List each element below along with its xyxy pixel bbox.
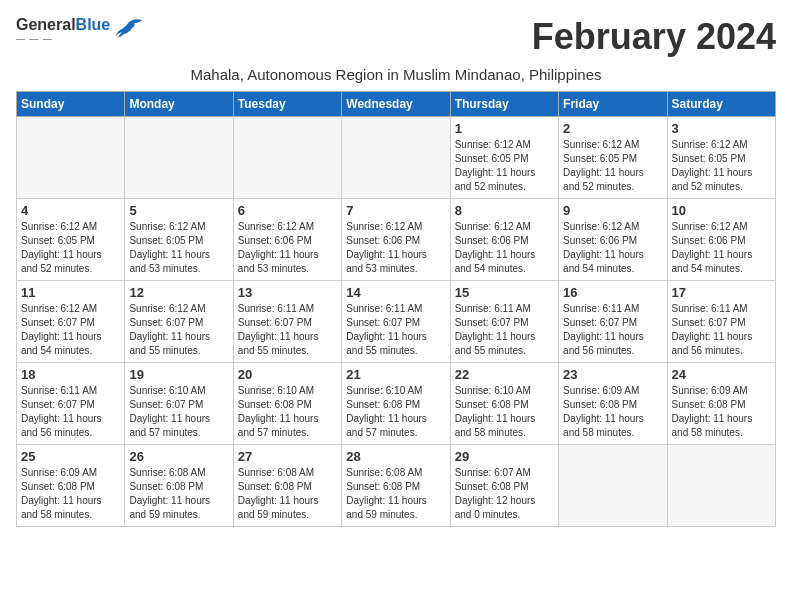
- day-info: Sunrise: 6:09 AMSunset: 6:08 PMDaylight:…: [21, 466, 120, 522]
- calendar-cell: 24Sunrise: 6:09 AMSunset: 6:08 PMDayligh…: [667, 363, 775, 445]
- day-number: 19: [129, 367, 228, 382]
- logo-blue: Blue: [76, 16, 111, 33]
- day-info: Sunrise: 6:07 AMSunset: 6:08 PMDaylight:…: [455, 466, 554, 522]
- calendar-table: SundayMondayTuesdayWednesdayThursdayFrid…: [16, 91, 776, 527]
- calendar-cell: 26Sunrise: 6:08 AMSunset: 6:08 PMDayligh…: [125, 445, 233, 527]
- day-number: 18: [21, 367, 120, 382]
- weekday-header: Monday: [125, 92, 233, 117]
- day-number: 10: [672, 203, 771, 218]
- month-year-title: February 2024: [532, 16, 776, 58]
- day-number: 26: [129, 449, 228, 464]
- calendar-cell: 10Sunrise: 6:12 AMSunset: 6:06 PMDayligh…: [667, 199, 775, 281]
- day-number: 20: [238, 367, 337, 382]
- day-number: 17: [672, 285, 771, 300]
- day-info: Sunrise: 6:11 AMSunset: 6:07 PMDaylight:…: [238, 302, 337, 358]
- day-number: 6: [238, 203, 337, 218]
- calendar-cell: 12Sunrise: 6:12 AMSunset: 6:07 PMDayligh…: [125, 281, 233, 363]
- calendar-cell: [559, 445, 667, 527]
- calendar-cell: [233, 117, 341, 199]
- day-info: Sunrise: 6:12 AMSunset: 6:06 PMDaylight:…: [346, 220, 445, 276]
- calendar-cell: 20Sunrise: 6:10 AMSunset: 6:08 PMDayligh…: [233, 363, 341, 445]
- calendar-cell: 1Sunrise: 6:12 AMSunset: 6:05 PMDaylight…: [450, 117, 558, 199]
- day-info: Sunrise: 6:09 AMSunset: 6:08 PMDaylight:…: [563, 384, 662, 440]
- day-number: 8: [455, 203, 554, 218]
- calendar-cell: 9Sunrise: 6:12 AMSunset: 6:06 PMDaylight…: [559, 199, 667, 281]
- weekday-header: Sunday: [17, 92, 125, 117]
- calendar-cell: 11Sunrise: 6:12 AMSunset: 6:07 PMDayligh…: [17, 281, 125, 363]
- calendar-cell: 15Sunrise: 6:11 AMSunset: 6:07 PMDayligh…: [450, 281, 558, 363]
- calendar-cell: 22Sunrise: 6:10 AMSunset: 6:08 PMDayligh…: [450, 363, 558, 445]
- day-info: Sunrise: 6:11 AMSunset: 6:07 PMDaylight:…: [672, 302, 771, 358]
- day-number: 13: [238, 285, 337, 300]
- day-number: 21: [346, 367, 445, 382]
- day-number: 2: [563, 121, 662, 136]
- calendar-cell: [342, 117, 450, 199]
- day-number: 12: [129, 285, 228, 300]
- day-info: Sunrise: 6:08 AMSunset: 6:08 PMDaylight:…: [346, 466, 445, 522]
- day-info: Sunrise: 6:11 AMSunset: 6:07 PMDaylight:…: [563, 302, 662, 358]
- calendar-cell: 13Sunrise: 6:11 AMSunset: 6:07 PMDayligh…: [233, 281, 341, 363]
- calendar-cell: 18Sunrise: 6:11 AMSunset: 6:07 PMDayligh…: [17, 363, 125, 445]
- calendar-cell: [125, 117, 233, 199]
- day-info: Sunrise: 6:12 AMSunset: 6:07 PMDaylight:…: [129, 302, 228, 358]
- day-info: Sunrise: 6:12 AMSunset: 6:06 PMDaylight:…: [672, 220, 771, 276]
- title-text: February 2024: [532, 16, 776, 58]
- calendar-cell: 27Sunrise: 6:08 AMSunset: 6:08 PMDayligh…: [233, 445, 341, 527]
- day-number: 27: [238, 449, 337, 464]
- day-number: 22: [455, 367, 554, 382]
- day-number: 16: [563, 285, 662, 300]
- logo-general: General: [16, 16, 76, 33]
- weekday-header: Saturday: [667, 92, 775, 117]
- calendar-cell: 17Sunrise: 6:11 AMSunset: 6:07 PMDayligh…: [667, 281, 775, 363]
- calendar-cell: 8Sunrise: 6:12 AMSunset: 6:06 PMDaylight…: [450, 199, 558, 281]
- calendar-cell: 29Sunrise: 6:07 AMSunset: 6:08 PMDayligh…: [450, 445, 558, 527]
- logo-bird-icon: [114, 18, 144, 42]
- calendar-cell: 6Sunrise: 6:12 AMSunset: 6:06 PMDaylight…: [233, 199, 341, 281]
- day-info: Sunrise: 6:12 AMSunset: 6:05 PMDaylight:…: [129, 220, 228, 276]
- day-number: 9: [563, 203, 662, 218]
- day-info: Sunrise: 6:10 AMSunset: 6:08 PMDaylight:…: [346, 384, 445, 440]
- calendar-cell: 3Sunrise: 6:12 AMSunset: 6:05 PMDaylight…: [667, 117, 775, 199]
- day-info: Sunrise: 6:11 AMSunset: 6:07 PMDaylight:…: [455, 302, 554, 358]
- day-number: 15: [455, 285, 554, 300]
- day-number: 1: [455, 121, 554, 136]
- day-info: Sunrise: 6:12 AMSunset: 6:06 PMDaylight:…: [238, 220, 337, 276]
- calendar-cell: 21Sunrise: 6:10 AMSunset: 6:08 PMDayligh…: [342, 363, 450, 445]
- calendar-cell: 4Sunrise: 6:12 AMSunset: 6:05 PMDaylight…: [17, 199, 125, 281]
- day-number: 23: [563, 367, 662, 382]
- day-info: Sunrise: 6:10 AMSunset: 6:08 PMDaylight:…: [455, 384, 554, 440]
- calendar-cell: [667, 445, 775, 527]
- weekday-header: Tuesday: [233, 92, 341, 117]
- day-info: Sunrise: 6:08 AMSunset: 6:08 PMDaylight:…: [238, 466, 337, 522]
- day-number: 5: [129, 203, 228, 218]
- calendar-cell: [17, 117, 125, 199]
- day-info: Sunrise: 6:10 AMSunset: 6:07 PMDaylight:…: [129, 384, 228, 440]
- calendar-cell: 23Sunrise: 6:09 AMSunset: 6:08 PMDayligh…: [559, 363, 667, 445]
- day-number: 7: [346, 203, 445, 218]
- calendar-cell: 28Sunrise: 6:08 AMSunset: 6:08 PMDayligh…: [342, 445, 450, 527]
- calendar-cell: 2Sunrise: 6:12 AMSunset: 6:05 PMDaylight…: [559, 117, 667, 199]
- day-info: Sunrise: 6:08 AMSunset: 6:08 PMDaylight:…: [129, 466, 228, 522]
- location-subtitle: Mahala, Autonomous Region in Muslim Mind…: [16, 66, 776, 83]
- day-number: 3: [672, 121, 771, 136]
- day-number: 14: [346, 285, 445, 300]
- weekday-header: Wednesday: [342, 92, 450, 117]
- day-info: Sunrise: 6:12 AMSunset: 6:05 PMDaylight:…: [672, 138, 771, 194]
- day-info: Sunrise: 6:12 AMSunset: 6:05 PMDaylight:…: [563, 138, 662, 194]
- day-info: Sunrise: 6:12 AMSunset: 6:07 PMDaylight:…: [21, 302, 120, 358]
- day-info: Sunrise: 6:09 AMSunset: 6:08 PMDaylight:…: [672, 384, 771, 440]
- day-info: Sunrise: 6:10 AMSunset: 6:08 PMDaylight:…: [238, 384, 337, 440]
- day-info: Sunrise: 6:12 AMSunset: 6:06 PMDaylight:…: [455, 220, 554, 276]
- calendar-cell: 7Sunrise: 6:12 AMSunset: 6:06 PMDaylight…: [342, 199, 450, 281]
- logo: GeneralBlue ― ― ―: [16, 16, 144, 44]
- day-number: 4: [21, 203, 120, 218]
- calendar-cell: 16Sunrise: 6:11 AMSunset: 6:07 PMDayligh…: [559, 281, 667, 363]
- day-number: 28: [346, 449, 445, 464]
- day-info: Sunrise: 6:12 AMSunset: 6:05 PMDaylight:…: [21, 220, 120, 276]
- day-number: 25: [21, 449, 120, 464]
- calendar-cell: 14Sunrise: 6:11 AMSunset: 6:07 PMDayligh…: [342, 281, 450, 363]
- day-info: Sunrise: 6:11 AMSunset: 6:07 PMDaylight:…: [346, 302, 445, 358]
- weekday-header: Friday: [559, 92, 667, 117]
- day-info: Sunrise: 6:11 AMSunset: 6:07 PMDaylight:…: [21, 384, 120, 440]
- calendar-cell: 5Sunrise: 6:12 AMSunset: 6:05 PMDaylight…: [125, 199, 233, 281]
